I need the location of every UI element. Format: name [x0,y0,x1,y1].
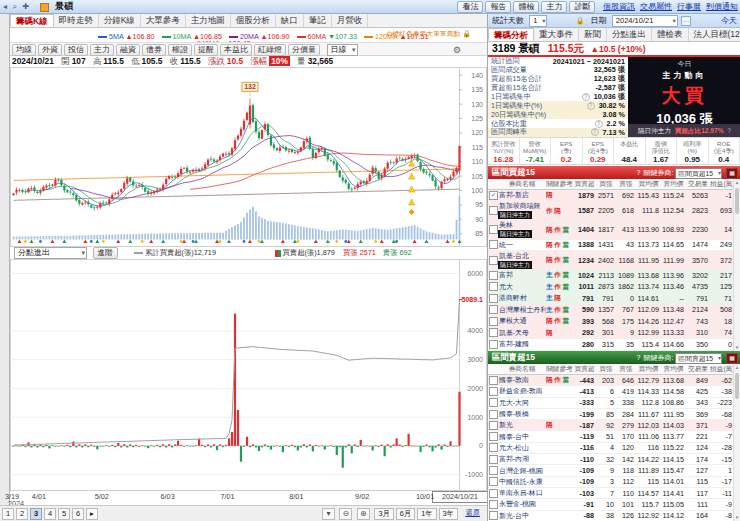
page-button-3[interactable]: 3 [30,508,42,520]
tab-法人目標(125元)[interactable]: 法人目標(125元) [689,28,740,41]
table-row[interactable]: 永豐金-桃園-9110101115.7115.05111-9 [488,499,740,510]
col-header-賣張[interactable]: 賣張 [616,180,636,189]
today-button[interactable]: 今天 [721,14,737,27]
titlebar-link-個股資訊[interactable]: 個股資訊 [603,2,635,11]
checkbox-icon[interactable] [489,511,498,520]
row-checkbox[interactable] [488,328,498,337]
row-checkbox[interactable] [488,387,498,396]
date-spinner[interactable]: ··· [681,16,691,26]
checkbox-icon[interactable] [489,466,498,475]
gear-icon[interactable]: ⚙ [453,45,461,55]
back-icon[interactable]: ◂ [3,0,7,13]
tab-月營收[interactable]: 月營收 [332,14,369,27]
page-button-6[interactable]: 6 [72,508,84,520]
col-header-關鍵參考[interactable]: 關鍵參考 [546,365,573,374]
col-header-買均價[interactable]: 買均價 [636,365,661,374]
checkbox-icon[interactable] [489,340,498,349]
checkbox-icon[interactable] [489,387,498,396]
table-row[interactable]: 摩根大通隔,作,當393568175114.26112.4774318 [488,316,740,328]
checkbox-icon[interactable] [489,225,498,234]
row-checkbox[interactable] [488,500,498,509]
row-checkbox[interactable] [488,340,498,349]
toolbar-button-本益比[interactable]: 本益比 [220,44,252,56]
scroll-up-icon[interactable]: ▲ [734,179,740,186]
page-button-1[interactable]: 1 [2,508,14,520]
checkbox-icon[interactable] [489,376,498,385]
toolbar-button-外資[interactable]: 外資 [38,44,62,56]
col-header-買均價[interactable]: 買均價 [636,180,661,189]
table-row[interactable]: 凱基-台北隔日沖主力隔,作,當123424021168111.95111.993… [488,251,740,270]
tab-主力地圖[interactable]: 主力地圖 [186,14,231,27]
table-row[interactable]: 港商野村主,隔7917910114.61--79171 [488,293,740,305]
checkbox-icon[interactable] [489,206,498,215]
checkbox-icon[interactable] [489,455,498,464]
row-checkbox[interactable] [488,271,498,280]
chevron-down-icon[interactable]: ▾ [322,508,335,520]
toolbar-button-借券[interactable]: 借券 [142,44,166,56]
table-row[interactable]: 群益金鼎-敦南-4136419114.33114.58425-38 [488,386,740,397]
scrollbar-thumb[interactable] [735,373,739,399]
row-checkbox[interactable] [488,225,498,234]
checkbox-icon[interactable] [489,500,498,509]
table-row[interactable]: 台灣摩根士丹利主,作,當5901357767112.09113.48212450… [488,305,740,317]
table-row[interactable]: 新光-台中-8838126112.92114.12164-8 [488,511,740,521]
search-icon[interactable]: ⌕ [13,0,17,13]
table-row[interactable]: 統一隔,作,當1388143143113.73114.651474249 [488,240,740,252]
row-checkbox[interactable] [488,240,498,249]
table-row[interactable]: 新加坡商瑞銀隔日沖主力作,隔15872205618111.8112.542823… [488,202,740,221]
page-button-2[interactable]: 2 [16,508,28,520]
col-header-交易量[interactable]: 交易量 [686,180,710,189]
scrollbar-thumb[interactable] [735,188,739,214]
checkbox-icon[interactable] [489,489,498,498]
col-header-交易量[interactable]: 交易量 [686,365,710,374]
flow-mode-select[interactable]: 分點進出 [14,247,87,259]
toolbar-button-提醒[interactable]: 提醒 [194,44,218,56]
table-row[interactable]: 富邦-建國28031535115.4114.663500 [488,339,740,351]
row-checkbox[interactable] [488,294,498,303]
row-checkbox[interactable] [488,466,498,475]
checkbox-icon[interactable] [489,294,498,303]
zoom-in-icon[interactable]: ⊕ [357,508,370,520]
col-header-買張[interactable]: 買張 [596,180,616,189]
checkbox-icon[interactable]: ✓ [489,191,498,200]
checkbox-icon[interactable] [489,256,498,265]
titlebar-link-行事曆[interactable]: 行事曆 [677,2,701,11]
row-checkbox[interactable] [488,305,498,314]
toolbar-button-均線[interactable]: 均線 [12,44,36,56]
help-icon[interactable]: ? [587,102,595,110]
titlebar-button-體檢[interactable]: 體檢 [513,1,539,13]
col-header-賣均價[interactable]: 賣均價 [661,180,686,189]
toolbar-button-投信[interactable]: 投信 [64,44,88,56]
row-checkbox[interactable] [488,376,498,385]
tab-分點進出[interactable]: 分點進出 [607,28,652,41]
range-button-3年[interactable]: 3年 [439,508,458,520]
col-header-損益(萬)[interactable]: 損益(萬) [710,365,734,374]
toolbar-button-紅綠燈[interactable]: 紅綠燈 [254,44,286,56]
titlebar-button-主力[interactable]: 主力 [541,1,567,13]
toolbar-button-權證[interactable]: 權證 [168,44,192,56]
range-button-6月[interactable]: 6月 [396,508,415,520]
row-checkbox[interactable] [488,511,498,520]
table-row[interactable]: 富邦-內湖-11032142114.22114.15174-15 [488,454,740,465]
row-checkbox[interactable] [488,421,498,430]
table-row[interactable]: 國泰-台中-11951170111.06113.77221-7 [488,431,740,442]
chart-note-link[interactable]: ⊙標紅色表示大筆單異動🔒 [387,29,471,39]
table-row[interactable]: ✓富邦-新店隔18792571692115.43115.245263-1 [488,190,740,202]
table-scrollbar[interactable]: ▲▼ [733,179,740,351]
table-row[interactable]: 元大-大同-3335338112.8108.86343-223 [488,398,740,409]
row-checkbox[interactable] [488,317,498,326]
row-checkbox[interactable] [488,410,498,419]
col-header-買賣超[interactable]: 買賣超 [573,180,596,189]
col-header-買賣超[interactable]: 買賣超 [573,365,596,374]
page-button-5[interactable]: 5 [58,508,70,520]
date-input[interactable]: 2024/10/21 [612,15,678,27]
tab-缺口[interactable]: 缺口 [276,14,304,27]
page-button-▸[interactable]: ▸ [86,508,98,520]
zoom-out-icon[interactable]: ⊖ [339,508,352,520]
buy-broker-select[interactable]: 區間買超15 [675,168,722,179]
table-row[interactable]: 富邦主,作,當102421131089113.68113.963202217 [488,270,740,282]
row-checkbox[interactable] [488,477,498,486]
range-button-1年[interactable]: 1年 [417,508,436,520]
table-settings-icon[interactable]: ▦ [726,353,738,364]
titlebar-button-診斷[interactable]: 診斷 [569,1,595,13]
